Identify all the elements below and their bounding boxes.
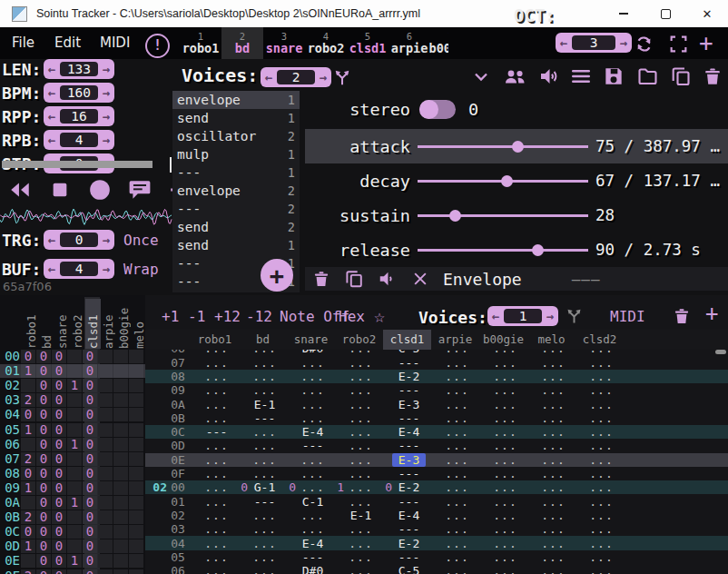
- order-cell[interactable]: 0: [21, 350, 35, 363]
- order-cell[interactable]: [129, 510, 143, 524]
- pattern-cell[interactable]: ...: [526, 453, 574, 467]
- pattern-cell[interactable]: ...: [526, 509, 574, 522]
- pattern-cell[interactable]: ...: [429, 537, 477, 550]
- pattern-cell[interactable]: ...: [333, 383, 381, 397]
- pattern-cell[interactable]: ...: [189, 383, 237, 397]
- pattern-cell[interactable]: ...: [477, 398, 526, 411]
- buf-mode[interactable]: Wrap: [123, 261, 159, 278]
- order-cell[interactable]: 0: [83, 379, 97, 392]
- order-cell[interactable]: 0: [83, 569, 97, 574]
- instrument-tab-clsd1[interactable]: 5clsd1: [347, 27, 389, 59]
- pattern-cell[interactable]: D#0: [285, 564, 333, 574]
- save-icon[interactable]: [602, 64, 625, 88]
- pattern-cell[interactable]: ---: [285, 550, 333, 564]
- pattern-cell[interactable]: ...: [285, 453, 333, 467]
- order-cell[interactable]: 0: [83, 438, 97, 451]
- pattern-cell[interactable]: ...: [574, 425, 622, 439]
- unit-item-send[interactable]: send2: [172, 218, 300, 236]
- order-cell[interactable]: 0: [21, 408, 35, 421]
- pattern-cell[interactable]: ...: [574, 522, 622, 536]
- split-voices-icon[interactable]: [332, 68, 352, 88]
- order-cell[interactable]: 1: [21, 539, 35, 553]
- pattern-cell[interactable]: ...: [477, 467, 526, 480]
- pattern-cell[interactable]: ...: [285, 356, 333, 370]
- pattern-cell[interactable]: ...: [189, 370, 237, 383]
- pattern-track-header-bd[interactable]: bd: [239, 330, 287, 350]
- pattern-cell[interactable]: ...: [574, 509, 622, 522]
- instrument-tab-arpie[interactable]: 6arpie: [389, 27, 430, 59]
- users-icon[interactable]: [503, 65, 527, 87]
- pattern-toolbar-button-+1[interactable]: +1: [162, 308, 179, 325]
- order-cell[interactable]: [98, 496, 113, 510]
- pattern-cell[interactable]: ...: [333, 453, 381, 467]
- order-cell[interactable]: 0: [83, 496, 97, 510]
- pattern-cell[interactable]: ...: [526, 370, 574, 383]
- pattern-cell[interactable]: ...: [189, 411, 237, 425]
- order-cell[interactable]: 0: [52, 569, 66, 574]
- pattern-cell[interactable]: ...: [574, 356, 622, 370]
- order-cell[interactable]: [129, 539, 143, 553]
- order-cell[interactable]: 0: [52, 408, 66, 421]
- order-cell[interactable]: [21, 554, 35, 568]
- order-cell[interactable]: 0: [83, 554, 97, 568]
- pattern-cell[interactable]: ...: [526, 398, 574, 411]
- param-slider[interactable]: [418, 163, 588, 198]
- order-cell[interactable]: 1: [67, 496, 82, 510]
- pattern-cell[interactable]: ...: [477, 550, 526, 564]
- order-cell[interactable]: 0: [36, 438, 51, 451]
- fullscreen-icon[interactable]: [669, 35, 688, 54]
- menu-icon[interactable]: [571, 65, 591, 87]
- order-cell[interactable]: [98, 554, 113, 568]
- order-track-header-bd[interactable]: bd: [39, 299, 54, 349]
- order-cell[interactable]: 1: [21, 481, 35, 495]
- slider-thumb[interactable]: [449, 210, 461, 222]
- pattern-cell[interactable]: E-4: [285, 537, 333, 550]
- stop-button[interactable]: [47, 177, 73, 203]
- stepper-decrement-button[interactable]: ←: [489, 306, 502, 326]
- pattern-cell[interactable]: ...: [237, 439, 285, 452]
- instrument-tab-snare[interactable]: 3snare: [263, 27, 305, 59]
- order-cell[interactable]: [129, 438, 143, 451]
- unit-item-oscillator[interactable]: oscillator2: [172, 127, 300, 145]
- pattern-cell[interactable]: 0E-2: [381, 480, 429, 494]
- pattern-cell[interactable]: ...: [526, 495, 574, 509]
- pattern-cell[interactable]: C-1: [285, 495, 333, 509]
- order-cell[interactable]: [129, 452, 143, 466]
- order-cell[interactable]: 0: [36, 452, 51, 466]
- star-icon[interactable]: ☆: [374, 305, 385, 327]
- warning-icon[interactable]: !: [145, 34, 170, 58]
- order-cell[interactable]: [67, 525, 82, 539]
- order-cell[interactable]: 0: [83, 452, 97, 466]
- pattern-cell[interactable]: ...: [526, 564, 574, 574]
- order-cell[interactable]: 0: [83, 510, 97, 524]
- order-cell[interactable]: 0: [36, 569, 51, 574]
- pattern-cell[interactable]: ---: [381, 495, 429, 509]
- order-cell[interactable]: [129, 569, 143, 574]
- pattern-track-header-melo[interactable]: melo: [527, 330, 576, 350]
- order-cell[interactable]: [113, 510, 128, 524]
- pattern-cell[interactable]: E-4: [285, 425, 333, 439]
- minimize-button[interactable]: [603, 0, 644, 27]
- pattern-cell[interactable]: ---: [381, 550, 429, 564]
- stepper-decrement-button[interactable]: ←: [45, 130, 58, 150]
- pattern-cell[interactable]: ...: [285, 370, 333, 383]
- stepper-increment-button[interactable]: →: [317, 67, 330, 87]
- pattern-cell[interactable]: ...: [285, 467, 333, 480]
- order-cell[interactable]: [98, 423, 113, 437]
- pattern-cell[interactable]: ...: [477, 564, 526, 574]
- pattern-cell[interactable]: ...: [526, 439, 574, 452]
- pattern-cell[interactable]: E-3: [381, 398, 429, 411]
- pattern-scrollbar-thumb[interactable]: [715, 350, 726, 354]
- pattern-cell[interactable]: ...: [574, 537, 622, 550]
- order-cell[interactable]: 0: [36, 554, 51, 568]
- pattern-cell[interactable]: ...: [429, 370, 477, 383]
- pattern-track-header-robo1[interactable]: robo1: [191, 330, 239, 350]
- slider-thumb[interactable]: [532, 244, 544, 256]
- pattern-cell[interactable]: ...: [574, 439, 622, 452]
- stepper-decrement-button[interactable]: ←: [45, 106, 58, 126]
- menu-file[interactable]: File: [12, 27, 34, 59]
- order-cell[interactable]: [98, 408, 113, 421]
- pattern-cell[interactable]: ---: [381, 522, 429, 536]
- close-button[interactable]: ✕: [686, 0, 728, 27]
- order-cell[interactable]: [129, 467, 143, 480]
